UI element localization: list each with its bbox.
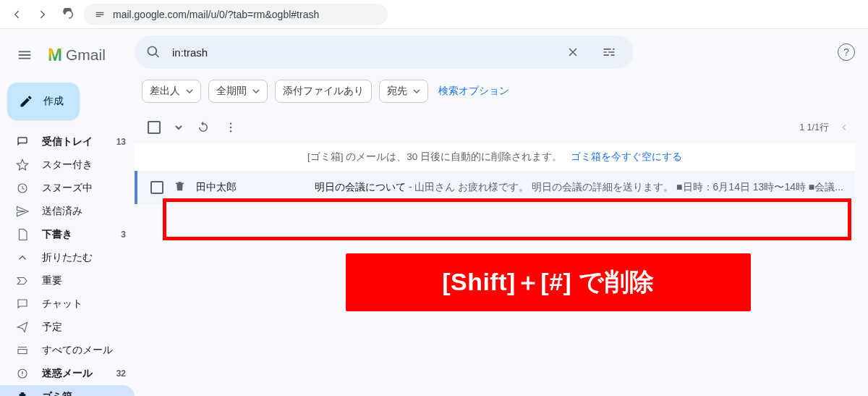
sidebar-nav: 受信トレイ 13 スター付き スヌーズ中 送信済み 下書き 3 xyxy=(0,130,135,396)
chat-icon xyxy=(16,298,29,311)
sidebar-item-label: すべてのメール xyxy=(42,344,113,357)
chip-attachment[interactable]: 添付ファイルあり xyxy=(275,80,372,103)
sidebar-item-label: チャット xyxy=(42,298,82,311)
mail-sender: 田中太郎 xyxy=(196,181,305,194)
url-text: mail.google.com/mail/u/0/?tab=rm&ogbl#tr… xyxy=(113,9,319,20)
sidebar-item-trash[interactable]: ゴミ箱 xyxy=(0,385,135,396)
pager: 1 1/1行 xyxy=(799,122,849,134)
stack-icon xyxy=(16,344,29,357)
pager-prev-button[interactable] xyxy=(839,122,849,132)
menu-button[interactable] xyxy=(10,41,39,69)
sidebar-item-allmail[interactable]: すべてのメール xyxy=(0,339,135,362)
nav-forward-button[interactable] xyxy=(32,4,54,25)
select-all-dropdown-icon[interactable] xyxy=(175,124,182,131)
refresh-button[interactable] xyxy=(197,121,210,134)
advanced-search-link[interactable]: 検索オプション xyxy=(438,85,509,98)
sidebar-item-label: スター付き xyxy=(42,159,93,172)
chevron-down-icon xyxy=(186,88,193,95)
nav-reload-button[interactable] xyxy=(58,4,80,25)
sidebar-item-chat[interactable]: チャット xyxy=(0,292,135,316)
sidebar-item-label: 重要 xyxy=(42,274,62,287)
sidebar-item-label: 受信トレイ xyxy=(42,135,93,148)
help-icon: ? xyxy=(843,46,849,58)
sidebar-item-collapse[interactable]: 折りたたむ xyxy=(0,246,135,269)
chip-label: 添付ファイルあり xyxy=(283,85,364,98)
more-button[interactable] xyxy=(224,121,237,134)
sidebar-item-label: 下書き xyxy=(42,228,72,241)
chip-period[interactable]: 全期間 xyxy=(208,80,268,103)
sidebar-item-important[interactable]: 重要 xyxy=(0,269,135,292)
gmail-logo-icon: M xyxy=(48,45,61,65)
clock-icon xyxy=(16,182,29,195)
svg-point-3 xyxy=(230,127,231,128)
sidebar-item-label: 折りたたむ xyxy=(42,251,93,264)
select-all-checkbox[interactable] xyxy=(148,121,161,134)
tune-icon xyxy=(602,45,616,59)
chip-from[interactable]: 差出人 xyxy=(142,80,201,103)
sidebar-item-label: 予定 xyxy=(42,321,62,334)
sidebar-item-count: 13 xyxy=(116,137,126,147)
sidebar-item-inbox[interactable]: 受信トレイ 13 xyxy=(0,130,135,153)
schedule-icon xyxy=(16,321,29,334)
file-icon xyxy=(16,228,29,241)
mail-subject: 明日の会議について xyxy=(315,181,406,193)
chip-to[interactable]: 宛先 xyxy=(379,80,428,103)
pencil-icon xyxy=(19,94,33,109)
sidebar-item-label: スヌーズ中 xyxy=(42,182,93,195)
nav-back-button[interactable] xyxy=(6,4,27,25)
chip-label: 差出人 xyxy=(150,85,180,98)
svg-point-2 xyxy=(230,123,231,125)
search-input[interactable] xyxy=(171,46,550,59)
sidebar-item-count: 32 xyxy=(116,368,126,379)
sidebar-item-label: 迷惑メール xyxy=(42,367,93,380)
annotation-banner: [Shift]＋[#] で削除 xyxy=(346,253,751,311)
spam-icon xyxy=(16,367,29,380)
empty-trash-link[interactable]: ゴミ箱を今すぐ空にする xyxy=(571,151,682,164)
gmail-logo-text: Gmail xyxy=(66,46,106,64)
mail-row[interactable]: 田中太郎 明日の会議について - 山田さん お疲れ様です。 明日の会議の詳細を送… xyxy=(135,171,855,204)
chevron-down-icon xyxy=(413,88,420,95)
important-icon xyxy=(16,274,29,287)
gmail-logo[interactable]: M Gmail xyxy=(48,45,106,65)
sidebar-item-drafts[interactable]: 下書き 3 xyxy=(0,223,135,246)
mail-row-checkbox[interactable] xyxy=(150,181,163,194)
chip-label: 全期間 xyxy=(216,85,247,98)
svg-point-4 xyxy=(230,130,231,132)
sidebar-item-label: 送信済み xyxy=(42,205,82,218)
mail-snippet: 明日の会議について - 山田さん お疲れ様です。 明日の会議の詳細を送ります。 … xyxy=(315,181,843,194)
trash-notice: [ゴミ箱] のメールは、30 日後に自動的に削除されます。 ゴミ箱を今すぐ空にす… xyxy=(135,143,855,171)
mail-toolbar: 1 1/1行 xyxy=(135,111,855,143)
sidebar-item-sent[interactable]: 送信済み xyxy=(0,200,135,223)
compose-label: 作成 xyxy=(43,95,64,108)
inbox-icon xyxy=(16,135,29,148)
trash-icon xyxy=(16,390,29,396)
annotation-banner-text: [Shift]＋[#] で削除 xyxy=(442,266,655,299)
url-bar[interactable]: mail.google.com/mail/u/0/?tab=rm&ogbl#tr… xyxy=(84,4,388,25)
search-clear-button[interactable] xyxy=(560,39,586,65)
star-icon xyxy=(16,159,29,172)
chevron-up-icon xyxy=(16,251,29,264)
main-panel: ? 差出人 全期間 添付ファイルあり 宛先 検索オプション xyxy=(135,29,868,396)
sidebar: M Gmail 作成 受信トレイ 13 スター付き スヌーズ中 xyxy=(0,29,135,396)
sidebar-item-starred[interactable]: スター付き xyxy=(0,153,135,177)
sidebar-item-count: 3 xyxy=(121,229,126,240)
compose-button[interactable]: 作成 xyxy=(7,83,80,120)
sidebar-item-scheduled[interactable]: 予定 xyxy=(0,316,135,339)
search-icon xyxy=(146,45,161,59)
filter-chip-row: 差出人 全期間 添付ファイルあり 宛先 検索オプション xyxy=(135,69,855,111)
chevron-down-icon xyxy=(252,88,260,95)
search-options-button[interactable] xyxy=(596,39,622,65)
browser-bar: mail.google.com/mail/u/0/?tab=rm&ogbl#tr… xyxy=(0,0,868,29)
chip-label: 宛先 xyxy=(387,85,407,98)
send-icon xyxy=(16,205,29,218)
trash-notice-text: [ゴミ箱] のメールは、30 日後に自動的に削除されます。 xyxy=(307,151,562,164)
help-button[interactable]: ? xyxy=(838,43,855,61)
search-bar[interactable] xyxy=(135,35,634,69)
trash-icon xyxy=(174,180,186,195)
site-info-icon xyxy=(94,9,106,20)
sidebar-item-label: ゴミ箱 xyxy=(42,390,72,396)
pager-text: 1 1/1行 xyxy=(799,122,829,134)
sidebar-item-spam[interactable]: 迷惑メール 32 xyxy=(0,362,135,385)
close-icon xyxy=(566,45,580,59)
sidebar-item-snoozed[interactable]: スヌーズ中 xyxy=(0,177,135,200)
